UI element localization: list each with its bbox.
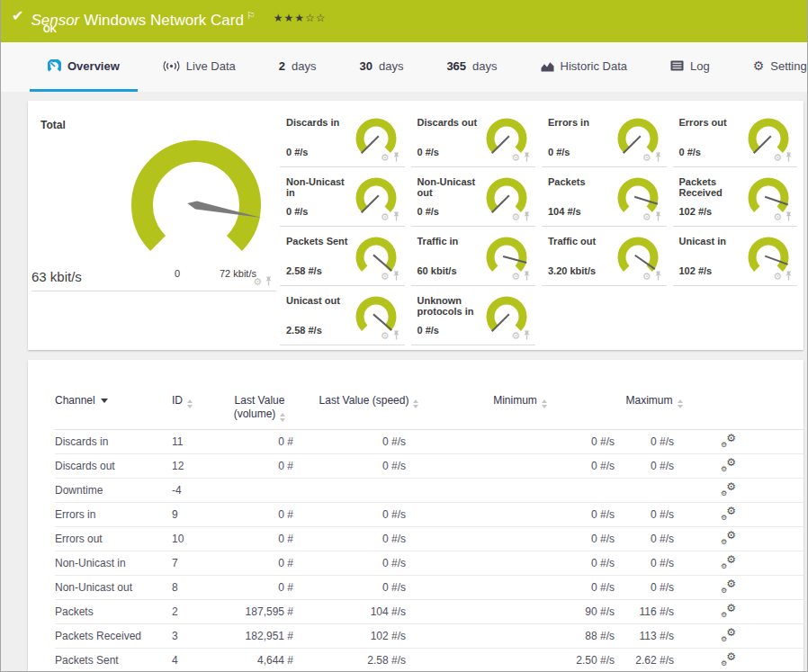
tab-30-days[interactable]: 30 days xyxy=(341,42,421,92)
gear-icon[interactable]: ⚙ xyxy=(253,277,262,287)
tab-label: days xyxy=(292,59,316,73)
tab-365-days[interactable]: 365 days xyxy=(428,42,515,92)
column-header-maximum[interactable]: Maximum xyxy=(596,394,713,408)
gauge-cell-unicast-out[interactable]: Unicast out 2.58 #/s ⚙ xyxy=(280,286,411,345)
gauge-cell-unicast-in[interactable]: Unicast in 102 #/s ⚙ xyxy=(673,227,804,286)
gauge-value: 102 #/s xyxy=(679,206,713,217)
gauge-cell-discards-out[interactable]: Discards out 0 #/s ⚙ xyxy=(411,108,543,167)
gear-icon[interactable]: ⚙ xyxy=(642,272,651,282)
sort-icon xyxy=(542,399,547,408)
total-gauge-cell[interactable]: Total 63 kbit/s 0 72 kbit/s ⚙ xyxy=(28,108,280,291)
pin-icon[interactable] xyxy=(523,209,531,225)
pin-icon[interactable] xyxy=(785,209,793,225)
channel-name: Discards out xyxy=(55,460,172,472)
pin-icon[interactable] xyxy=(392,149,400,166)
tab-2-days[interactable]: 2 days xyxy=(261,42,335,92)
cell: -4 xyxy=(172,484,226,497)
edit-channel-gears-icon[interactable]: ⚙⚙ xyxy=(721,531,736,545)
cell: 0 #/s xyxy=(406,533,615,545)
column-header-last-value-speed-[interactable]: Last Value (speed) xyxy=(293,394,444,408)
gear-icon[interactable]: ⚙ xyxy=(511,331,520,341)
cell: 0 #/s xyxy=(615,435,674,448)
pin-icon[interactable] xyxy=(785,268,793,284)
cell: 0 # xyxy=(226,581,293,594)
cell: 0 #/s xyxy=(615,460,674,472)
edit-channel-gears-icon[interactable]: ⚙⚙ xyxy=(721,604,736,618)
cell: 2 xyxy=(172,605,226,618)
gauge-cell-discards-in[interactable]: Discards in 0 #/s ⚙ xyxy=(280,108,411,167)
tab-label: Live Data xyxy=(186,59,236,73)
column-header-minimum[interactable]: Minimum xyxy=(444,394,596,408)
gauge-cell-errors-out[interactable]: Errors out 0 #/s ⚙ xyxy=(673,108,804,167)
tab-log[interactable]: Log xyxy=(652,42,728,92)
edit-channel-gears-icon[interactable]: ⚙⚙ xyxy=(721,652,736,667)
edit-channel-gears-icon[interactable]: ⚙⚙ xyxy=(721,579,736,594)
edit-channel-gears-icon[interactable]: ⚙⚙ xyxy=(721,506,736,521)
channel-name: Packets Sent xyxy=(55,654,172,667)
table-row-packets-sent: Packets Sent44,644 #2.58 #/s2.50 #/s2.62… xyxy=(55,649,804,672)
gear-icon[interactable]: ⚙ xyxy=(511,272,520,282)
gauge-cell-packets-received[interactable]: Packets Received 102 #/s ⚙ xyxy=(673,167,804,227)
gauge-cell-packets[interactable]: Packets 104 #/s ⚙ xyxy=(542,167,673,227)
table-row-errors-out: Errors out100 #0 #/s0 #/s0 #/s ⚙⚙ xyxy=(55,527,804,551)
pin-icon[interactable] xyxy=(392,268,400,284)
table-row-discards-out: Discards out120 #0 #/s0 #/s0 #/s ⚙⚙ xyxy=(55,454,804,479)
gauge-cell-non-unicast-out[interactable]: Non-Unicast out 0 #/s ⚙ xyxy=(411,167,543,227)
gauge-cell-non-unicast-in[interactable]: Non-Unicast in 0 #/s ⚙ xyxy=(280,167,411,227)
total-gauge-dial xyxy=(124,133,268,281)
gear-icon[interactable]: ⚙ xyxy=(773,212,782,222)
pin-icon[interactable] xyxy=(523,268,531,284)
pin-icon[interactable] xyxy=(392,327,400,344)
tab-number: 365 xyxy=(446,59,466,73)
tab-number: 30 xyxy=(359,59,372,73)
pin-icon[interactable] xyxy=(654,149,662,166)
pin-icon[interactable] xyxy=(265,273,273,290)
pin-icon[interactable] xyxy=(523,149,531,166)
edit-channel-gears-icon[interactable]: ⚙⚙ xyxy=(721,434,736,448)
edit-channel-gears-icon[interactable]: ⚙⚙ xyxy=(721,458,736,472)
gauge-actions: ⚙ xyxy=(773,268,793,284)
column-label: Maximum xyxy=(625,394,672,407)
tab-historic-data[interactable]: Historic Data xyxy=(523,42,645,92)
gauge-actions: ⚙ xyxy=(642,209,662,225)
pin-icon[interactable] xyxy=(654,268,662,284)
pin-icon[interactable] xyxy=(523,327,531,344)
column-header-id[interactable]: ID xyxy=(172,394,226,408)
gear-icon[interactable]: ⚙ xyxy=(381,272,390,282)
cell: 90 #/s xyxy=(406,605,615,618)
cell: 0 # xyxy=(226,435,293,448)
gear-icon[interactable]: ⚙ xyxy=(773,153,782,163)
pin-icon[interactable] xyxy=(654,209,662,225)
edit-channel-gears-icon[interactable]: ⚙⚙ xyxy=(721,628,736,642)
favorite-flag-icon[interactable]: ⚐ xyxy=(247,10,256,21)
pin-icon[interactable] xyxy=(785,149,793,166)
sensor-page: ✔ SensorWindows Network Card⚐★★★☆☆ OK Ov… xyxy=(1,0,807,672)
gear-icon[interactable]: ⚙ xyxy=(381,212,390,222)
channel-name: Packets Received xyxy=(55,630,172,642)
pin-icon[interactable] xyxy=(392,209,400,225)
gauge-cell-unknown-protocols-in[interactable]: Unknown protocols in 0 #/s ⚙ xyxy=(411,286,543,345)
gear-icon[interactable]: ⚙ xyxy=(381,153,390,163)
tab-overview[interactable]: Overview xyxy=(30,42,138,92)
gauge-cell-traffic-out[interactable]: Traffic out 3.20 kbit/s ⚙ xyxy=(542,227,673,286)
gear-icon[interactable]: ⚙ xyxy=(511,153,520,163)
edit-channel-gears-icon[interactable]: ⚙⚙ xyxy=(721,482,736,497)
gauge-cell-traffic-in[interactable]: Traffic in 60 kbit/s ⚙ xyxy=(411,227,543,286)
chart-icon xyxy=(541,60,554,72)
gear-icon[interactable]: ⚙ xyxy=(381,331,390,341)
gear-icon[interactable]: ⚙ xyxy=(511,212,520,222)
tab-label: Historic Data xyxy=(561,59,627,73)
tab-live-data[interactable]: Live Data xyxy=(145,42,254,92)
gauge-cell-errors-in[interactable]: Errors in 0 #/s ⚙ xyxy=(542,108,673,167)
cell: 0 #/s xyxy=(293,533,406,545)
gauge-cell-packets-sent[interactable]: Packets Sent 2.58 #/s ⚙ xyxy=(280,227,411,286)
priority-stars[interactable]: ★★★☆☆ xyxy=(274,12,327,24)
sensor-name: Windows Network Card xyxy=(84,12,244,29)
column-header-channel[interactable]: Channel xyxy=(55,394,172,408)
column-header-last-value-volume-[interactable]: Last Value (volume) xyxy=(226,394,293,422)
tab-settings[interactable]: ⚙ Settings xyxy=(735,42,807,92)
gear-icon[interactable]: ⚙ xyxy=(642,212,651,222)
edit-channel-gears-icon[interactable]: ⚙⚙ xyxy=(721,555,736,569)
gear-icon[interactable]: ⚙ xyxy=(642,153,651,163)
gear-icon[interactable]: ⚙ xyxy=(773,272,782,282)
